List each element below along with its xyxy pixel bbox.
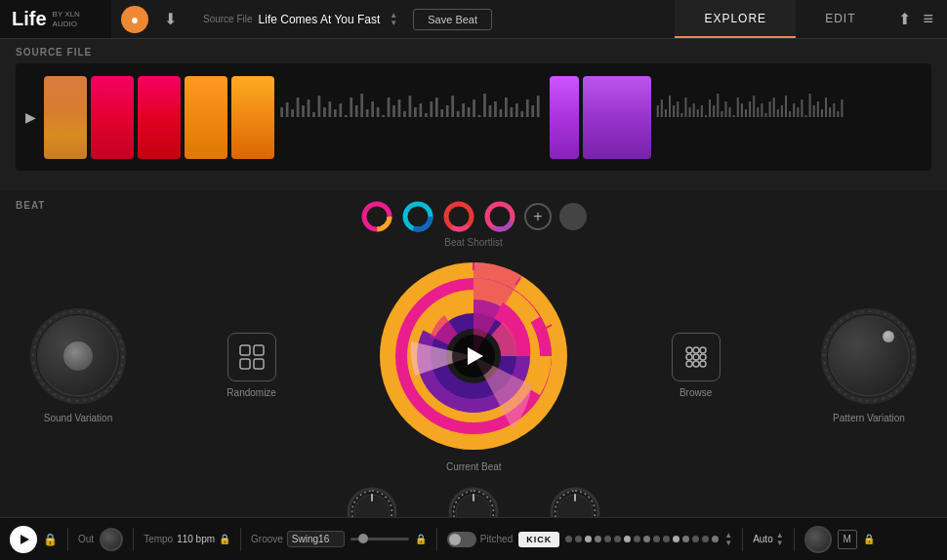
- source-play-button[interactable]: ▶: [25, 109, 36, 125]
- m-button[interactable]: M: [838, 530, 857, 549]
- vel-dot-7: [624, 536, 631, 542]
- groove-label: Groove: [251, 534, 283, 544]
- svg-point-128: [700, 361, 706, 367]
- sound-variation-control: Sound Variation: [29, 307, 127, 423]
- current-beat-label: Current Beat: [446, 461, 502, 472]
- source-file-area: Source File Life Comes At You Fast ▲▼ Sa…: [193, 9, 675, 30]
- vel-dot-5: [604, 536, 611, 542]
- nav-right: ⬆ ≡: [885, 9, 947, 29]
- auto-label: Auto: [753, 534, 773, 544]
- shortlist-empty-slot: [559, 203, 587, 230]
- shortlist-donut-1[interactable]: [360, 200, 393, 233]
- separator-3: [240, 528, 241, 551]
- download-button[interactable]: ⬇: [156, 6, 184, 33]
- lock-icon-3: 🔒: [415, 534, 427, 544]
- velocity-dots: [565, 536, 719, 542]
- vel-dot-1: [565, 536, 572, 542]
- beat-wheel[interactable]: [376, 259, 571, 454]
- vel-dot-9: [643, 536, 650, 542]
- source-file-arrow[interactable]: ▲▼: [390, 12, 397, 27]
- beat-shortlist: + Beat Shortlist: [360, 200, 587, 248]
- separator-5: [742, 528, 743, 551]
- beat-play-button[interactable]: [452, 335, 495, 378]
- main-play-button[interactable]: [10, 526, 37, 553]
- vel-dot-12: [673, 536, 679, 542]
- lock-icon-1: 🔒: [43, 533, 58, 546]
- svg-point-124: [693, 354, 699, 360]
- beat-section: BEAT +: [0, 190, 947, 560]
- groove-slider-thumb: [358, 534, 368, 543]
- tempo-value: 110 bpm: [177, 534, 215, 544]
- groove-select[interactable]: Swing16 Swing8 Straight Shuffle: [287, 531, 345, 547]
- shortlist-donut-4[interactable]: [483, 200, 516, 233]
- vel-dot-4: [595, 536, 601, 542]
- master-knob[interactable]: [804, 526, 832, 553]
- velocity-arrows[interactable]: ▲ ▼: [724, 532, 732, 547]
- toggle-thumb: [449, 534, 461, 545]
- shortlist-donut-3[interactable]: [442, 200, 475, 233]
- tempo-control: Tempo 110 bpm 🔒: [144, 534, 230, 544]
- bottom-bar: 🔒 Out Tempo 110 bpm 🔒 Groove Swing16 Swi…: [0, 517, 947, 560]
- pitched-label: Pitched: [480, 534, 513, 544]
- source-section: SOURCE FILE ▶: [0, 39, 947, 190]
- lock-icon-2: 🔒: [219, 534, 230, 544]
- svg-point-121: [693, 347, 699, 353]
- vel-dot-6: [614, 536, 621, 542]
- browse-icon: [672, 333, 721, 381]
- pattern-variation-label: Pattern Variation: [833, 413, 905, 423]
- kick-badge[interactable]: KICK: [518, 532, 559, 547]
- vel-dot-15: [702, 536, 709, 542]
- tempo-label: Tempo: [144, 534, 173, 544]
- pitched-toggle[interactable]: [447, 532, 476, 547]
- play-icon: [21, 535, 29, 544]
- source-file-label: Source File: [203, 14, 253, 24]
- lock-icon-4: 🔒: [863, 534, 875, 544]
- shortlist-icons: +: [360, 200, 587, 233]
- shortlist-add-button[interactable]: +: [524, 203, 552, 230]
- svg-rect-108: [254, 345, 264, 355]
- sound-variation-knob-outer[interactable]: [29, 307, 127, 405]
- tab-explore[interactable]: EXPLORE: [675, 0, 796, 38]
- separator-2: [133, 528, 134, 551]
- separator-6: [794, 528, 795, 551]
- out-label: Out: [78, 534, 94, 544]
- svg-point-125: [700, 354, 706, 360]
- svg-rect-107: [240, 345, 250, 355]
- save-beat-button[interactable]: Save Beat: [413, 9, 492, 30]
- shortlist-donut-2[interactable]: [401, 200, 434, 233]
- share-button[interactable]: ⬆: [898, 10, 911, 28]
- beat-main-controls: Sound Variation Randomize: [0, 249, 947, 482]
- vel-dot-10: [653, 536, 660, 542]
- svg-point-126: [686, 361, 692, 367]
- vel-dot-14: [692, 536, 699, 542]
- logo-by-xln: BY XLNAUDIO: [53, 10, 80, 28]
- nav-icons: ● ⬇: [111, 6, 193, 33]
- record-button[interactable]: ●: [121, 6, 148, 33]
- groove-control: Groove Swing16 Swing8 Straight Shuffle: [251, 531, 345, 547]
- tab-edit[interactable]: EDIT: [796, 0, 885, 38]
- pattern-variation-knob-outer[interactable]: [820, 307, 918, 405]
- randomize-control[interactable]: Randomize: [226, 333, 276, 398]
- auto-control: Auto ▲ ▼: [753, 532, 784, 547]
- svg-point-123: [686, 354, 692, 360]
- logo-area: Life BY XLNAUDIO: [0, 0, 111, 38]
- shortlist-label: Beat Shortlist: [444, 237, 502, 248]
- auto-arrows[interactable]: ▲ ▼: [776, 532, 784, 547]
- out-knob[interactable]: [100, 528, 123, 551]
- browse-control[interactable]: Browse: [672, 333, 721, 398]
- svg-point-120: [686, 347, 692, 353]
- pitched-control: Pitched: [447, 532, 513, 547]
- browse-label: Browse: [679, 387, 712, 398]
- menu-button[interactable]: ≡: [923, 9, 933, 29]
- groove-slider[interactable]: [350, 538, 409, 540]
- beat-wheel-container: Current Beat: [376, 259, 571, 472]
- sound-variation-label: Sound Variation: [44, 413, 112, 423]
- vel-dot-13: [682, 536, 689, 542]
- nav-tabs: EXPLORE EDIT: [675, 0, 885, 38]
- vel-dot-11: [663, 536, 670, 542]
- svg-point-122: [700, 347, 706, 353]
- waveform-area: ▶: [16, 63, 931, 171]
- randomize-icon: [227, 333, 276, 381]
- top-nav: Life BY XLNAUDIO ● ⬇ Source File Life Co…: [0, 0, 947, 39]
- vel-dot-2: [575, 536, 582, 542]
